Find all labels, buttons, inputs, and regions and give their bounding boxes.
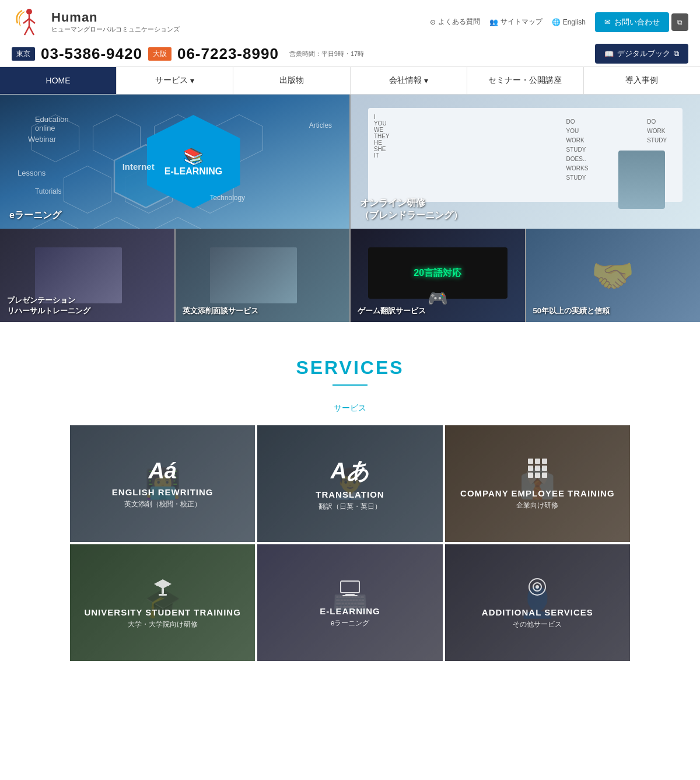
float-tutorials: Tutorials — [35, 187, 62, 195]
small-cards-row: プレゼンテーションリハーサルトレーニング 英文添削面談サービス 20言語対応 🎮… — [0, 229, 700, 322]
nav-item-company[interactable]: 会社情報 ▾ — [351, 67, 467, 94]
company-ja: 企業向け研修 — [516, 501, 558, 510]
service-card-additional[interactable]: 👤 ADDITIONAL SERVICES その他サービス — [445, 544, 630, 661]
additional-ja: その他サービス — [513, 620, 562, 629]
translation-ja: 翻訳（日英・英日） — [318, 502, 382, 512]
svg-point-21 — [166, 583, 169, 586]
person-silhouette — [618, 151, 665, 209]
svg-point-0 — [26, 9, 32, 15]
logo-text-area: Human ヒューマングローバルコミュニケーションズ — [51, 10, 180, 34]
logo-area: Human ヒューマングローバルコミュニケーションズ — [12, 6, 180, 38]
sitemap-label: サイトマップ — [501, 17, 542, 27]
elearning2-en: E-LEARNING — [320, 606, 380, 616]
university-icon — [152, 576, 173, 603]
service-card-company[interactable]: 👔 COMPANY E — [445, 425, 630, 542]
game-translation-label: ゲーム翻訳サービス — [358, 306, 426, 316]
book-icon: 📖 — [604, 50, 614, 58]
service-card-rewriting[interactable]: 👩‍💻 Aá ENGLISH REWRITING 英文添削（校閲・校正） — [70, 425, 255, 542]
additional-icon — [527, 576, 548, 603]
osaka-badge: 大阪 — [148, 47, 172, 61]
header-links: ⊙ よくある質問 👥 サイトマップ 🌐 English ✉ お問い合わせ ⧉ — [430, 12, 688, 32]
nav-item-home[interactable]: HOME — [0, 67, 117, 94]
nav-item-cases[interactable]: 導入事例 — [584, 67, 700, 94]
svg-rect-9 — [542, 459, 547, 464]
company-icon — [527, 457, 548, 484]
svg-rect-14 — [535, 473, 540, 478]
logo-main-text: Human — [51, 10, 180, 25]
translation-en: TRANSLATION — [316, 489, 384, 499]
contact-button[interactable]: ✉ お問い合わせ — [595, 12, 669, 32]
logo-icon — [12, 6, 47, 38]
float-technology: Technology — [209, 194, 245, 202]
company-overlay: COMPANY EMPLOYEE TRAINING 企業向け研修 — [445, 425, 630, 542]
trust-label: 50年以上の実績と信頼 — [533, 306, 610, 316]
english-link[interactable]: 🌐 English — [552, 18, 586, 26]
additional-overlay: ADDITIONAL SERVICES その他サービス — [445, 544, 630, 661]
university-en: UNIVERSITY STUDENT TRAINING — [84, 607, 240, 617]
chevron-down-icon: ▾ — [190, 76, 194, 85]
svg-line-2 — [23, 19, 29, 23]
svg-rect-8 — [535, 459, 540, 464]
services-grid: 👩‍💻 Aá ENGLISH REWRITING 英文添削（校閲・校正） 👨‍💼… — [70, 425, 630, 661]
nav-company-label: 会社情報 — [389, 75, 422, 86]
card-game-translation[interactable]: 20言語対応 🎮 ゲーム翻訳サービス — [351, 229, 525, 322]
copy-icon: ⧉ — [674, 49, 679, 58]
svg-rect-22 — [341, 581, 359, 593]
faq-link[interactable]: ⊙ よくある質問 — [430, 17, 480, 27]
float-lessons: Lessons — [18, 169, 46, 177]
rewriting-overlay: Aá ENGLISH REWRITING 英文添削（校閲・校正） — [70, 425, 255, 542]
svg-line-4 — [24, 26, 29, 35]
globe-icon: 🌐 — [552, 18, 561, 26]
svg-rect-13 — [528, 473, 533, 478]
elearning-bg: 📚 E-LEARNING Educationonline Webinar Les… — [0, 95, 349, 229]
rewriting-icon: Aá — [148, 459, 177, 484]
hero-elearning[interactable]: 📚 E-LEARNING Educationonline Webinar Les… — [0, 95, 349, 229]
svg-rect-7 — [528, 459, 533, 464]
service-card-elearning[interactable]: ⌨️ E-LEARNING eラーニング — [257, 544, 442, 661]
university-ja: 大学・大学院向け研修 — [128, 620, 198, 629]
svg-line-5 — [29, 26, 34, 35]
card-trust[interactable]: 🤝 50年以上の実績と信頼 — [526, 229, 701, 322]
faq-label: よくある質問 — [438, 17, 480, 27]
nav-item-seminar[interactable]: セミナー・公開講座 — [467, 67, 584, 94]
service-card-translation[interactable]: 👨‍💼 Aあ TRANSLATION 翻訳（日英・英日） — [257, 425, 442, 542]
service-card-university[interactable]: 🎓 UNIVERSITY STUDENT TRA — [70, 544, 255, 661]
company-en: COMPANY EMPLOYEE TRAINING — [460, 488, 614, 498]
header-top: Human ヒューマングローバルコミュニケーションズ ⊙ よくある質問 👥 サイ… — [0, 0, 700, 41]
elearning2-ja: eラーニング — [331, 618, 370, 628]
nav-seminar-label: セミナー・公開講座 — [488, 75, 562, 86]
nav-home-label: HOME — [46, 76, 71, 85]
bottom-spacer — [0, 684, 700, 708]
card-english-proof[interactable]: 英文添削面談サービス — [176, 229, 350, 322]
sitemap-link[interactable]: 👥 サイトマップ — [489, 17, 542, 27]
sitemap-icon: 👥 — [489, 18, 498, 26]
svg-rect-17 — [162, 588, 164, 594]
float-education: Educationonline — [35, 115, 69, 132]
card-presentation[interactable]: プレゼンテーションリハーサルトレーニング — [0, 229, 174, 322]
elearning2-overlay: E-LEARNING eラーニング — [257, 544, 442, 661]
phone-row: 東京 03-5386-9420 大阪 06-7223-8990 営業時間：平日9… — [0, 41, 700, 67]
svg-point-19 — [156, 583, 159, 586]
services-section: SERVICES サービス 👩‍💻 Aá ENGLISH REWRITING 英… — [0, 322, 700, 684]
additional-en: ADDITIONAL SERVICES — [482, 607, 593, 617]
mail-icon: ✉ — [604, 18, 611, 26]
nav-item-publications[interactable]: 出版物 — [233, 67, 350, 94]
hero-online-training[interactable]: IYOUWETHEYHESHEIT DOYOUWORKSTUDYDOES..WO… — [351, 95, 700, 229]
nav-item-services[interactable]: サービス ▾ — [117, 67, 233, 94]
tokyo-badge: 東京 — [12, 47, 35, 61]
svg-rect-10 — [528, 466, 533, 471]
presentation-label: プレゼンテーションリハーサルトレーニング — [7, 295, 90, 316]
svg-point-27 — [536, 585, 539, 589]
digital-book-label: デジタルブック — [617, 48, 670, 59]
float-articles: Articles — [309, 121, 332, 130]
rewriting-ja: 英文添削（校閲・校正） — [124, 499, 201, 509]
svg-rect-12 — [542, 466, 547, 471]
english-label: English — [563, 18, 586, 26]
contact-btn-wrapper: ✉ お問い合わせ ⧉ — [595, 12, 688, 32]
main-nav: HOME サービス ▾ 出版物 会社情報 ▾ セミナー・公開講座 導入事例 — [0, 67, 700, 95]
svg-rect-24 — [342, 595, 358, 596]
nav-cases-label: 導入事例 — [625, 75, 658, 86]
digital-book-button[interactable]: 📖 デジタルブック ⧉ — [595, 44, 688, 64]
svg-rect-11 — [535, 466, 540, 471]
contact-copy-icon[interactable]: ⧉ — [671, 13, 688, 31]
